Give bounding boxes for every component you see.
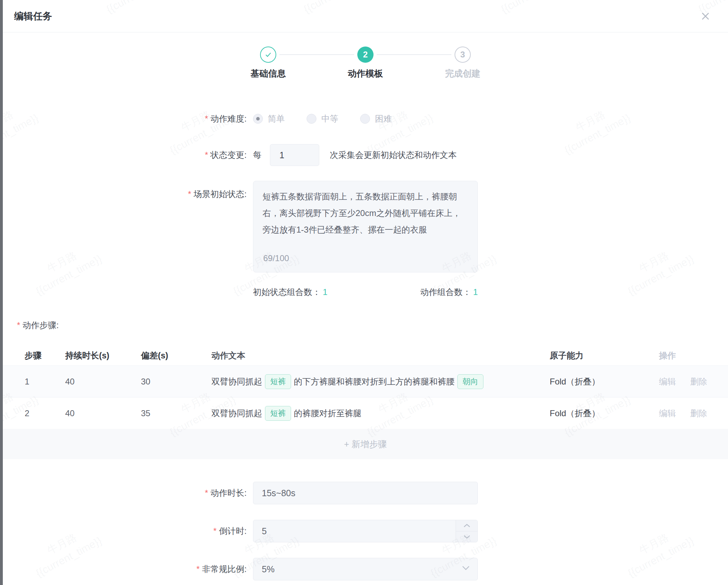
unusual-ratio-label: 非常规比例: — [3, 564, 247, 575]
stepper: 基础信息 2 动作模板 3 完成创建 — [3, 47, 728, 79]
edit-task-dialog: 编辑任务 基础信息 2 动作模板 3 完成创建 动作难度: — [3, 0, 728, 585]
initial-state-textarea[interactable]: 短裤五条数据背面朝上，五条数据正面朝上，裤腰朝右，离头部视野下方至少20cm之外… — [253, 181, 478, 272]
step-basic-info: 基础信息 — [220, 47, 317, 79]
cell-deviation: 30 — [141, 377, 211, 387]
radio-label: 困难 — [375, 113, 392, 124]
action-text-segment: 的裤腰对折至裤腿 — [294, 408, 362, 419]
delete-link[interactable]: 删除 — [690, 377, 707, 386]
step-label: 基础信息 — [251, 68, 286, 79]
edit-link[interactable]: 编辑 — [659, 408, 676, 418]
radio-dot — [253, 114, 263, 124]
unusual-ratio-row: 非常规比例: 5% — [3, 558, 728, 580]
radio-label: 中等 — [321, 113, 338, 124]
state-change-label: 状态变更: — [3, 149, 247, 161]
col-header-ability: 原子能力 — [550, 350, 659, 361]
action-duration-row: 动作时长: — [3, 482, 728, 504]
close-icon — [700, 11, 711, 21]
col-header-ops: 操作 — [659, 350, 728, 361]
col-header-step: 步骤 — [3, 350, 65, 361]
difficulty-row: 动作难度: 简单 中等 困难 — [3, 113, 728, 124]
decrease-button[interactable] — [456, 531, 477, 542]
select-value: 5% — [253, 558, 478, 580]
step-label: 动作模板 — [348, 68, 383, 79]
initial-state-label: 场景初始状态: — [3, 181, 247, 200]
radio-dot — [307, 114, 316, 124]
cell-action-text: 双臂协同抓起 短裤 的裤腰对折至裤腿 — [211, 406, 550, 421]
chevron-up-icon — [463, 523, 471, 528]
initial-state-row: 场景初始状态: 短裤五条数据背面朝上，五条数据正面朝上，裤腰朝右，离头部视野下方… — [3, 181, 728, 272]
unusual-ratio-select[interactable]: 5% — [253, 558, 478, 580]
state-change-prefix: 每 — [253, 149, 261, 161]
cell-step: 2 — [3, 408, 65, 418]
object-tag: 短裤 — [265, 374, 291, 389]
dialog-header: 编辑任务 — [3, 0, 728, 32]
cell-action-text: 双臂协同抓起 短裤 的下方裤腿和裤腰对折到上方的裤腿和裤腰 朝向 — [211, 374, 550, 389]
difficulty-label: 动作难度: — [3, 113, 247, 124]
state-change-row: 状态变更: 每 次采集会更新初始状态和动作文本 — [3, 144, 728, 166]
action-combo-value: 1 — [473, 287, 478, 297]
radio-medium[interactable]: 中等 — [307, 113, 338, 124]
initial-combo-label: 初始状态组合数： — [253, 287, 321, 297]
action-combo-label: 动作组合数： — [420, 287, 471, 297]
add-step-button[interactable]: + 新增步骤 — [3, 429, 728, 459]
cell-ability: Fold（折叠） — [550, 376, 659, 387]
action-text-segment: 双臂协同抓起 — [211, 408, 262, 419]
step-done-circle — [260, 47, 276, 63]
radio-dot — [360, 114, 370, 124]
col-header-text: 动作文本 — [211, 350, 550, 361]
countdown-row: 倒计时: — [3, 520, 728, 542]
delete-link[interactable]: 删除 — [690, 408, 707, 418]
step-label: 完成创建 — [445, 68, 480, 79]
object-tag: 短裤 — [265, 406, 291, 421]
chevron-down-icon — [463, 534, 471, 539]
countdown-label: 倒计时: — [3, 525, 247, 537]
cell-operations: 编辑 删除 — [659, 376, 728, 387]
countdown-number-input — [253, 520, 478, 542]
check-icon — [264, 50, 273, 59]
cell-duration: 40 — [65, 408, 141, 418]
step-finish-create: 3 完成创建 — [414, 47, 511, 79]
orientation-tag: 朝向 — [457, 374, 483, 389]
difficulty-radio-group: 简单 中等 困难 — [253, 113, 392, 124]
step-action-template: 2 动作模板 — [317, 47, 414, 79]
col-header-duration: 持续时长(s) — [65, 350, 141, 361]
action-text-segment: 的下方裤腿和裤腰对折到上方的裤腿和裤腰 — [294, 376, 455, 387]
state-change-input[interactable] — [270, 144, 319, 166]
chevron-down-icon — [462, 565, 470, 571]
cell-step: 1 — [3, 377, 65, 387]
cell-duration: 40 — [65, 377, 141, 387]
cell-ability: Fold（折叠） — [550, 408, 659, 419]
combo-counts-row: 初始状态组合数：1 动作组合数：1 — [253, 287, 478, 298]
col-header-deviation: 偏差(s) — [141, 350, 211, 361]
action-steps-section-label: 动作步骤: — [17, 320, 728, 331]
table-header-row: 步骤 持续时长(s) 偏差(s) 动作文本 原子能力 操作 — [3, 346, 728, 365]
table-row: 2 40 35 双臂协同抓起 短裤 的裤腰对折至裤腿 Fold（折叠） 编辑 删… — [3, 397, 728, 429]
radio-hard[interactable]: 困难 — [360, 113, 392, 124]
cell-deviation: 35 — [141, 408, 211, 418]
char-counter: 69/100 — [263, 250, 289, 266]
action-duration-label: 动作时长: — [3, 487, 247, 499]
countdown-input[interactable] — [253, 520, 478, 542]
radio-easy[interactable]: 简单 — [253, 113, 285, 124]
edit-link[interactable]: 编辑 — [659, 377, 676, 386]
initial-combo-count: 初始状态组合数：1 — [253, 287, 327, 298]
action-text-segment: 双臂协同抓起 — [211, 376, 262, 387]
state-change-suffix: 次采集会更新初始状态和动作文本 — [330, 149, 457, 161]
action-duration-input[interactable] — [253, 482, 478, 504]
increase-button[interactable] — [456, 520, 477, 531]
action-combo-count: 动作组合数：1 — [420, 287, 478, 298]
number-stepper — [456, 520, 477, 542]
initial-combo-value: 1 — [323, 287, 327, 297]
step-active-circle: 2 — [357, 47, 374, 63]
dialog-title: 编辑任务 — [14, 10, 52, 23]
table-row: 1 40 30 双臂协同抓起 短裤 的下方裤腿和裤腰对折到上方的裤腿和裤腰 朝向… — [3, 365, 728, 397]
action-steps-table: 步骤 持续时长(s) 偏差(s) 动作文本 原子能力 操作 1 40 30 双臂… — [3, 346, 728, 459]
initial-state-text: 短裤五条数据背面朝上，五条数据正面朝上，裤腰朝右，离头部视野下方至少20cm之外… — [263, 188, 468, 238]
close-button[interactable] — [699, 10, 712, 23]
radio-label: 简单 — [268, 113, 285, 124]
step-pending-circle: 3 — [455, 47, 471, 63]
cell-operations: 编辑 删除 — [659, 408, 728, 419]
